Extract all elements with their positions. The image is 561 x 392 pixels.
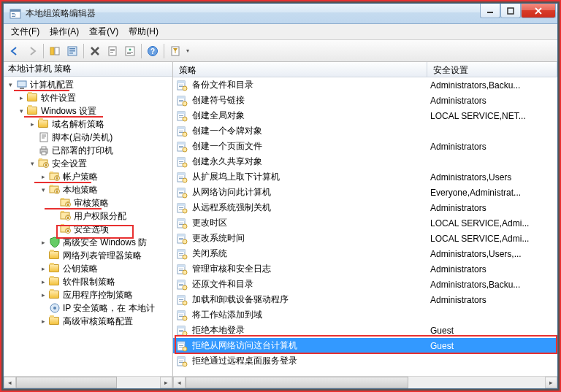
svg-point-110: [183, 239, 187, 244]
svg-rect-104: [179, 224, 183, 225]
tree-item[interactable]: ▸公钥策略: [4, 262, 172, 275]
tree-item[interactable]: ▸高级审核策略配置: [4, 315, 172, 328]
svg-rect-8: [55, 47, 59, 55]
menu-file[interactable]: 文件(F): [7, 24, 44, 39]
list-row[interactable]: 创建全局对象LOCAL SERVICE,NET...: [173, 108, 557, 123]
tree-item[interactable]: 已部署的打印机: [4, 144, 172, 157]
expand-icon[interactable]: ▾: [39, 186, 47, 194]
list-row[interactable]: 还原文件和目录Administrators,Backu...: [173, 277, 557, 292]
tree-label: 安全选项: [74, 223, 109, 236]
column-security[interactable]: 安全设置: [427, 62, 557, 77]
svg-point-75: [183, 132, 187, 137]
menu-view[interactable]: 查看(V): [85, 24, 123, 39]
expand-icon[interactable]: ▸: [39, 265, 47, 273]
list-row[interactable]: 创建一个页面文件Administrators: [173, 139, 557, 154]
list-row[interactable]: 更改时区LOCAL SERVICE,Admi...: [173, 215, 557, 231]
svg-rect-112: [178, 250, 185, 252]
list-row[interactable]: 备份文件和目录Administrators,Backu...: [173, 77, 557, 93]
filter-button[interactable]: [167, 43, 183, 59]
svg-rect-11: [69, 50, 75, 52]
list-row[interactable]: 拒绝从网络访问这台计算机Guest: [173, 338, 557, 353]
tree-label: 高级审核策略配置: [63, 315, 133, 328]
expand-icon[interactable]: [50, 226, 58, 234]
list-row[interactable]: 管理审核和安全日志Administrators: [173, 261, 557, 277]
tree-item[interactable]: ▸应用程序控制策略: [4, 288, 172, 301]
expand-icon[interactable]: ▸: [28, 120, 37, 128]
expand-icon[interactable]: ▸: [39, 291, 47, 299]
svg-rect-93: [179, 192, 183, 193]
column-policy[interactable]: 策略: [173, 62, 427, 77]
svg-rect-59: [179, 86, 183, 87]
list-row[interactable]: 加载和卸载设备驱动程序Administrators: [173, 292, 557, 307]
policy-icon: [176, 233, 188, 245]
expand-icon[interactable]: ▸: [39, 278, 47, 286]
list-row[interactable]: 创建一个令牌对象: [173, 123, 557, 139]
tree-item[interactable]: ▾安全设置: [4, 157, 172, 170]
svg-point-150: [183, 362, 187, 366]
close-button[interactable]: [521, 4, 556, 18]
export-list-button[interactable]: [104, 43, 121, 59]
tree-item[interactable]: 脚本(启动/关机): [4, 131, 172, 144]
help-button[interactable]: ?: [145, 43, 161, 59]
dropdown-icon[interactable]: ▾: [185, 47, 191, 54]
expand-icon[interactable]: ▾: [28, 160, 37, 168]
list-row[interactable]: 拒绝本地登录Guest: [173, 323, 557, 338]
list-row[interactable]: 将工作站添加到域: [173, 307, 557, 323]
svg-rect-82: [178, 158, 185, 160]
expand-icon[interactable]: [50, 212, 58, 220]
back-button[interactable]: [7, 43, 23, 59]
tree-item[interactable]: 安全选项: [4, 223, 172, 236]
svg-rect-114: [179, 255, 183, 255]
list-row[interactable]: 从远程系统强制关机Administrators: [173, 200, 557, 215]
tree-item[interactable]: ▸软件设置: [4, 91, 172, 104]
delete-button[interactable]: [87, 43, 103, 59]
expand-icon[interactable]: ▾: [18, 107, 26, 115]
svg-point-95: [183, 193, 187, 198]
tree-label: 网络列表管理器策略: [63, 250, 142, 262]
list-row[interactable]: 从扩展坞上取下计算机Administrators,Users: [173, 169, 557, 185]
expand-icon[interactable]: ▸: [39, 318, 47, 326]
tree-h-scrollbar[interactable]: ◂ ▸: [4, 376, 172, 388]
expand-icon[interactable]: ▸: [18, 94, 26, 102]
expand-icon[interactable]: [28, 134, 37, 142]
forward-button[interactable]: [24, 43, 40, 59]
svg-rect-103: [179, 223, 183, 223]
menu-help[interactable]: 帮助(H): [124, 24, 163, 39]
properties-button[interactable]: [64, 43, 80, 59]
list-row[interactable]: 更改系统时间LOCAL SERVICE,Admi...: [173, 231, 557, 246]
list-row[interactable]: 从网络访问此计算机Everyone,Administrat...: [173, 185, 557, 200]
expand-icon[interactable]: [50, 199, 58, 207]
menu-action[interactable]: 操作(A): [45, 24, 83, 39]
maximize-button[interactable]: [500, 4, 521, 18]
svg-rect-129: [179, 301, 183, 301]
tree-item[interactable]: ▾本地策略: [4, 183, 172, 196]
list-row[interactable]: 创建符号链接Administrators: [173, 93, 557, 108]
svg-point-125: [183, 285, 187, 290]
expand-icon[interactable]: ▸: [39, 239, 47, 247]
list-h-scrollbar[interactable]: ◂ ▸: [173, 376, 557, 388]
expand-icon[interactable]: [39, 304, 47, 312]
tree-item[interactable]: 用户权限分配: [4, 210, 172, 223]
tree-header[interactable]: 本地计算机 策略: [4, 62, 172, 77]
expand-icon[interactable]: [39, 252, 47, 260]
tree-item[interactable]: ▸软件限制策略: [4, 275, 172, 288]
list-row[interactable]: 创建永久共享对象: [173, 154, 557, 169]
tree-item[interactable]: 网络列表管理器策略: [4, 249, 172, 262]
show-hide-tree-button[interactable]: [47, 43, 63, 59]
tree-icon: [16, 79, 28, 91]
action-properties-button[interactable]: [122, 43, 138, 59]
tree-item[interactable]: ▸高级安全 Windows 防: [4, 236, 172, 249]
svg-rect-102: [178, 219, 185, 221]
policy-value: LOCAL SERVICE,NET...: [430, 111, 557, 121]
expand-icon[interactable]: ▸: [39, 173, 47, 181]
tree-item[interactable]: IP 安全策略，在 本地计: [4, 301, 172, 315]
expand-icon[interactable]: ▾: [7, 81, 15, 89]
expand-icon[interactable]: [28, 147, 37, 155]
tree-item[interactable]: ▸域名解析策略: [4, 118, 172, 131]
policy-value: Guest: [430, 341, 557, 351]
list-row[interactable]: 关闭系统Administrators,Users,...: [173, 246, 557, 261]
policy-value: Administrators: [430, 295, 557, 305]
minimize-button[interactable]: [480, 4, 500, 18]
list-row[interactable]: 拒绝通过远程桌面服务登录: [173, 353, 557, 369]
policy-name: 将工作站添加到域: [192, 309, 430, 321]
